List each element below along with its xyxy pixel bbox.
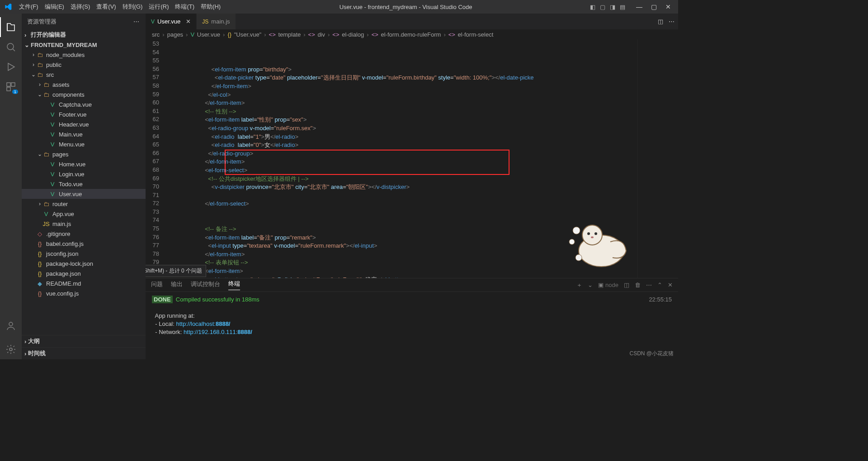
outline-label: 大纲 (28, 337, 40, 345)
menu-item[interactable]: 转到(G) (119, 3, 146, 11)
svg-rect-2 (11, 83, 15, 86)
panel-tab[interactable]: 问题 (151, 280, 163, 290)
window-title: User.vue - frontend_mydream - Visual Stu… (224, 4, 588, 10)
file-item[interactable]: VApp.vue (22, 209, 146, 219)
file-item[interactable]: {}package.json (22, 268, 146, 278)
url-part: http://192.168.0.111: (184, 329, 237, 335)
done-badge: DONE (152, 296, 173, 303)
breadcrumb-item[interactable]: <> div (308, 31, 325, 38)
file-item[interactable]: VHeader.vue (22, 119, 146, 129)
breadcrumb-item[interactable]: <> el-form.demo-ruleForm (372, 31, 441, 38)
close-panel-icon[interactable]: ✕ (668, 282, 673, 288)
timeline-label: 时间线 (28, 349, 46, 358)
layout-icon[interactable]: ▤ (618, 4, 627, 10)
svg-point-0 (7, 43, 14, 50)
more-actions-icon[interactable]: ⋯ (669, 18, 675, 25)
layout-icon[interactable]: ◨ (608, 4, 618, 10)
search-icon[interactable] (0, 37, 22, 57)
svg-rect-3 (7, 87, 10, 91)
menu-item[interactable]: 选择(S) (67, 3, 93, 11)
local-url[interactable]: http://localhost:8888/ (176, 320, 230, 327)
project-section[interactable]: ⌄FRONTEND_MYDREAM (22, 40, 146, 50)
layout-icon[interactable]: ◧ (588, 4, 598, 10)
maximize-panel-icon[interactable]: ⌃ (657, 282, 662, 288)
settings-gear-icon[interactable] (0, 339, 22, 359)
panel-tab[interactable]: 终端 (228, 280, 240, 290)
extensions-icon[interactable]: 1 (0, 77, 22, 97)
file-item[interactable]: {}babel.config.js (22, 239, 146, 249)
folder-item[interactable]: ›🗀public (22, 60, 146, 70)
svg-rect-1 (7, 83, 10, 86)
file-item[interactable]: ◆README.md (22, 278, 146, 288)
layout-controls[interactable]: ◧ ▢ ◨ ▤ (588, 4, 627, 10)
breadcrumb-item[interactable]: {} "User.vue" (227, 31, 261, 38)
more-actions-icon[interactable]: ⋯ (133, 18, 140, 25)
svg-point-11 (573, 227, 580, 234)
panel-tab[interactable]: 调试控制台 (191, 280, 220, 290)
file-item[interactable]: VFooter.vue (22, 109, 146, 119)
editor-tab[interactable]: VUser.vue✕ (146, 14, 197, 29)
breadcrumb-item[interactable]: <> template (269, 31, 301, 38)
layout-icon[interactable]: ▢ (598, 4, 608, 10)
close-button[interactable]: ✕ (661, 3, 675, 10)
new-terminal-icon[interactable]: ＋ (576, 281, 582, 289)
folder-item[interactable]: ›🗀router (22, 199, 146, 209)
folder-item[interactable]: ⌄🗀src (22, 70, 146, 80)
split-editor-icon[interactable]: ◫ (658, 18, 663, 25)
watermark: CSDN @小花皮猪 (629, 350, 674, 358)
menu-item[interactable]: 运行(R) (146, 3, 172, 11)
file-item[interactable]: VCaptcha.vue (22, 99, 146, 109)
explorer-sidebar: 资源管理器 ⋯ ›打开的编辑器 ⌄FRONTEND_MYDREAM ›🗀node… (22, 14, 146, 359)
minimap[interactable] (637, 39, 678, 278)
fold-gutter[interactable] (164, 39, 189, 278)
file-item[interactable]: VUser.vue (22, 189, 146, 199)
terminal-body[interactable]: DONE Compiled successfully in 188ms App … (146, 292, 678, 359)
timeline-section[interactable]: › 时间线 (22, 347, 146, 359)
folder-item[interactable]: ›🗀assets (22, 80, 146, 89)
menu-item[interactable]: 文件(F) (16, 3, 42, 11)
breadcrumb-item[interactable]: src (152, 31, 160, 38)
file-item[interactable]: ◇.gitignore (22, 229, 146, 239)
svg-point-12 (569, 239, 575, 245)
file-item[interactable]: VTodo.vue (22, 179, 146, 189)
folder-item[interactable]: ⌄🗀components (22, 89, 146, 99)
more-actions-icon[interactable]: ⋯ (646, 282, 652, 288)
svg-point-9 (594, 232, 597, 235)
terminal-shell-label[interactable]: ▣ node (598, 282, 618, 288)
panel-tab[interactable]: 输出 (171, 280, 183, 290)
open-editors-section[interactable]: ›打开的编辑器 (22, 29, 146, 40)
menu-item[interactable]: 编辑(E) (42, 3, 67, 11)
close-tab-icon[interactable]: ✕ (186, 18, 191, 25)
breadcrumbs[interactable]: src›pages›V User.vue›{} "User.vue"›<> te… (146, 29, 678, 39)
file-item[interactable]: VMenu.vue (22, 139, 146, 149)
terminal-dropdown-icon[interactable]: ⌄ (588, 282, 593, 288)
file-item[interactable]: JSmain.js (22, 219, 146, 229)
editor-tab[interactable]: JSmain.js (197, 14, 236, 29)
file-item[interactable]: {}package-lock.json (22, 259, 146, 268)
network-url[interactable]: http://192.168.0.111:8888/ (184, 329, 252, 335)
project-name: FRONTEND_MYDREAM (31, 42, 97, 48)
file-item[interactable]: VMain.vue (22, 129, 146, 139)
split-terminal-icon[interactable]: ◫ (624, 282, 629, 288)
minimize-button[interactable]: — (632, 3, 646, 10)
file-item[interactable]: VLogin.vue (22, 169, 146, 179)
menu-item[interactable]: 帮助(H) (198, 3, 224, 11)
menu-item[interactable]: 终端(T) (172, 3, 198, 11)
line-numbers: 5354555657585960616263646566676869707172… (146, 39, 164, 278)
breadcrumb-item[interactable]: <> el-dialog (332, 31, 364, 38)
breadcrumb-item[interactable]: <> el-form-select (448, 31, 494, 38)
file-item[interactable]: {}jsconfig.json (22, 249, 146, 259)
run-debug-icon[interactable] (0, 57, 22, 77)
breadcrumb-item[interactable]: pages (167, 31, 183, 38)
file-item[interactable]: VHome.vue (22, 159, 146, 169)
folder-item[interactable]: ›🗀node_modules (22, 50, 146, 60)
maximize-button[interactable]: ▢ (646, 3, 661, 10)
outline-section[interactable]: › 大纲 (22, 335, 146, 347)
menu-item[interactable]: 查看(V) (93, 3, 119, 11)
folder-item[interactable]: ⌄🗀pages (22, 149, 146, 159)
accounts-icon[interactable] (0, 316, 22, 336)
explorer-icon[interactable] (0, 17, 22, 37)
breadcrumb-item[interactable]: V User.vue (190, 31, 220, 38)
file-item[interactable]: {}vue.config.js (22, 288, 146, 298)
kill-terminal-icon[interactable]: 🗑 (635, 282, 641, 288)
